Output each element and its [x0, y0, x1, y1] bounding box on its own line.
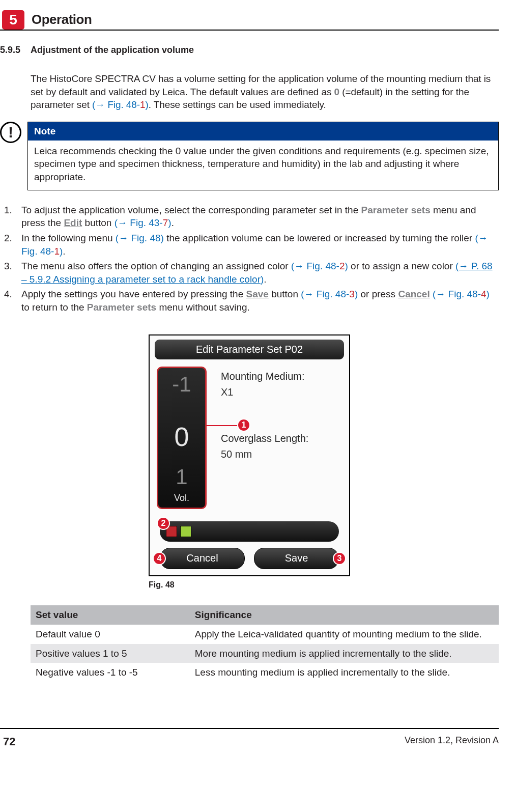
page-footer: 72 Version 1.2, Revision A	[0, 728, 499, 749]
page-header: 5 Operation	[0, 10, 499, 31]
fig-ref: (→ Fig. 48‑2)	[291, 261, 348, 271]
table-row: Negative values -1 to -5 Less mounting m…	[31, 663, 499, 682]
roller-label: Vol.	[158, 492, 205, 504]
figure-48: Edit Parameter Set P02 -1 0 1 Vol. Mount…	[149, 334, 350, 576]
note-title: Note	[28, 122, 498, 141]
callout-1: 1	[237, 418, 250, 432]
color-swatch-green[interactable]	[180, 526, 191, 537]
table-header-significance: Significance	[190, 605, 499, 625]
note-icon: !	[0, 122, 21, 143]
fig-ref: (→ Fig. 48)	[116, 233, 164, 243]
save-button[interactable]: Save	[254, 548, 339, 569]
significance-table: Set value Significance Default value 0 A…	[31, 605, 499, 682]
roller-value-prev: -1	[158, 370, 205, 399]
page-number: 72	[3, 734, 15, 749]
steps-list: To adjust the application volume, select…	[0, 204, 499, 314]
figure-caption: Fig. 48	[149, 579, 350, 591]
fig-ref: (→ Fig. 48‑4)	[433, 289, 490, 299]
step-3: The menu also offers the option of chang…	[0, 260, 499, 286]
cancel-button[interactable]: Cancel	[160, 548, 245, 569]
version-string: Version 1.2, Revision A	[405, 734, 499, 749]
section-number: 5.9.5	[0, 44, 31, 56]
step-4: Apply the settings you have entered by p…	[0, 288, 499, 314]
color-assign-bar[interactable]	[160, 521, 339, 542]
coverglass-length-label: Coverglass Length:	[221, 432, 308, 445]
chapter-title: Operation	[32, 10, 92, 30]
note-body: Leica recommends checking the 0 value un…	[28, 141, 498, 190]
intro-paragraph: The HistoCore SPECTRA CV has a volume se…	[31, 72, 499, 111]
mounting-medium-label: Mounting Medium:	[221, 370, 308, 383]
note-block: ! Note Leica recommends checking the 0 v…	[0, 122, 499, 190]
roller-value-current: 0	[158, 419, 205, 455]
callout-3: 3	[333, 552, 346, 565]
step-2: In the following menu (→ Fig. 48) the ap…	[0, 232, 499, 258]
fig-ref: (→ Fig. 43‑7)	[115, 217, 171, 228]
table-row: Positive values 1 to 5 More mounting med…	[31, 644, 499, 663]
fig-ref: (→ Fig. 48‑1)	[92, 99, 149, 110]
table-header-set-value: Set value	[31, 605, 190, 625]
default-zero: 0	[334, 87, 339, 97]
callout-line-1	[207, 425, 238, 426]
roller-value-next: 1	[158, 463, 205, 492]
device-title: Edit Parameter Set P02	[155, 340, 344, 359]
section-heading: 5.9.5 Adjustment of the application volu…	[0, 44, 499, 56]
mounting-medium-value: X1	[221, 385, 308, 399]
step-1: To adjust the application volume, select…	[0, 204, 499, 230]
volume-roller[interactable]: -1 0 1 Vol.	[157, 367, 207, 509]
callout-4: 4	[153, 552, 166, 565]
note-box: Note Leica recommends checking the 0 val…	[27, 122, 499, 190]
section-title: Adjustment of the application volume	[31, 44, 194, 56]
coverglass-length-value: 50 mm	[221, 447, 308, 461]
fig-ref: (→ Fig. 48‑3)	[301, 289, 358, 299]
callout-2: 2	[157, 517, 170, 530]
chapter-number-badge: 5	[2, 10, 24, 30]
table-row: Default value 0 Apply the Leica-validate…	[31, 625, 499, 644]
